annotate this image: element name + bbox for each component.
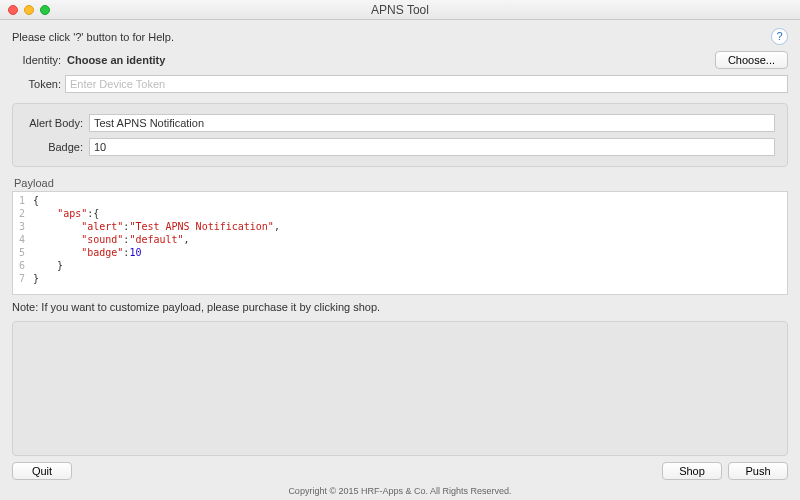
help-hint-text: Please click '?' button to for Help. — [12, 31, 174, 43]
badge-label: Badge: — [25, 141, 89, 153]
payload-code[interactable]: { "aps":{ "alert":"Test APNS Notificatio… — [29, 192, 284, 294]
window-title: APNS Tool — [371, 3, 429, 17]
identity-label: Identity: — [12, 54, 65, 66]
shop-button[interactable]: Shop — [662, 462, 722, 480]
payload-gutter: 1 2 3 4 5 6 7 — [13, 192, 29, 294]
payload-editor[interactable]: 1 2 3 4 5 6 7 { "aps":{ "alert":"Test AP… — [12, 191, 788, 295]
payload-legend: Payload — [12, 177, 788, 189]
close-icon[interactable] — [8, 5, 18, 15]
push-button[interactable]: Push — [728, 462, 788, 480]
zoom-icon[interactable] — [40, 5, 50, 15]
log-box — [12, 321, 788, 456]
choose-button[interactable]: Choose... — [715, 51, 788, 69]
token-input[interactable] — [65, 75, 788, 93]
badge-input[interactable] — [89, 138, 775, 156]
alert-group: Alert Body: Badge: — [12, 103, 788, 167]
titlebar: APNS Tool — [0, 0, 800, 20]
quit-button[interactable]: Quit — [12, 462, 72, 480]
token-label: Token: — [12, 78, 65, 90]
purchase-note: Note: If you want to customize payload, … — [12, 301, 788, 313]
copyright-text: Copyright © 2015 HRF-Apps & Co. All Righ… — [12, 484, 788, 496]
alert-body-label: Alert Body: — [25, 117, 89, 129]
identity-value: Choose an identity — [65, 54, 715, 66]
window-controls — [8, 5, 50, 15]
minimize-icon[interactable] — [24, 5, 34, 15]
alert-body-input[interactable] — [89, 114, 775, 132]
help-button[interactable]: ? — [771, 28, 788, 45]
